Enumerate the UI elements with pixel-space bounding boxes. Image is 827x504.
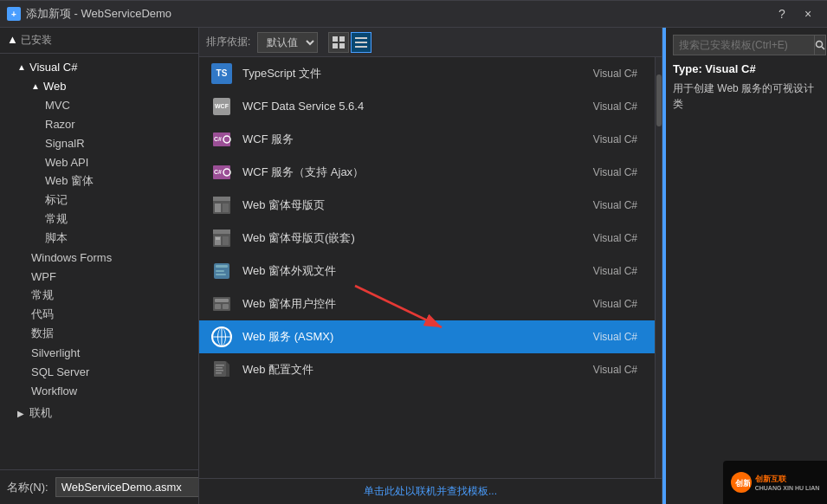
svg-rect-26 xyxy=(216,270,224,272)
svg-rect-23 xyxy=(216,237,220,240)
tree-item-web[interactable]: ▲ Web xyxy=(0,76,198,95)
tree-item-sqlserver[interactable]: SQL Server xyxy=(0,362,198,381)
svg-rect-35 xyxy=(216,370,223,372)
help-button[interactable]: ? xyxy=(770,5,794,23)
svg-rect-33 xyxy=(216,365,224,366)
tree-label: 代码 xyxy=(31,307,54,322)
tree-item-markup[interactable]: 标记 xyxy=(0,191,198,210)
template-type: Visual C# xyxy=(593,100,637,113)
template-item-masterpage[interactable]: Web 窗体母版页 Visual C# xyxy=(199,189,655,222)
tree-label: SQL Server xyxy=(31,365,89,378)
close-button[interactable]: × xyxy=(796,5,820,23)
tree-item-general-web[interactable]: 常规 xyxy=(0,210,198,229)
tree-item-visual-csharp[interactable]: ▲ Visual C# xyxy=(0,57,198,76)
svg-rect-18 xyxy=(223,204,229,212)
svg-rect-30 xyxy=(215,304,221,309)
template-item-webconfig[interactable]: Web 配置文件 Visual C# xyxy=(199,353,655,386)
tree-label: Workflow xyxy=(31,384,77,397)
svg-text:WCF: WCF xyxy=(215,103,229,109)
template-item-wcf[interactable]: C# WCF 服务 Visual C# xyxy=(199,123,655,156)
template-type: Visual C# xyxy=(593,232,637,244)
app-icon: + xyxy=(7,7,21,21)
window-title: 添加新项 - WebServiceDemo xyxy=(26,6,171,22)
scrollbar-thumb[interactable] xyxy=(656,74,662,126)
tree-item-general[interactable]: 常规 xyxy=(0,286,198,305)
tree-item-webform[interactable]: Web 窗体 xyxy=(0,171,198,191)
template-item-skin[interactable]: Web 窗体外观文件 Visual C# xyxy=(199,255,655,288)
selection-highlight xyxy=(662,28,666,504)
watermark-text2: CHUANG XIN HU LIAN xyxy=(755,485,820,491)
svg-point-37 xyxy=(817,42,823,48)
usercontrol-icon xyxy=(210,292,234,316)
wcf-data-icon: WCF xyxy=(210,94,234,119)
name-input[interactable] xyxy=(55,477,199,497)
template-item-wcf-ajax[interactable]: C# WCF 服务（支持 Ajax） Visual C# xyxy=(199,156,655,189)
template-item-typescript[interactable]: TS TypeScript 文件 Visual C# xyxy=(199,57,655,90)
info-description: 用于创建 Web 服务的可视设计类 xyxy=(673,81,820,112)
svg-rect-29 xyxy=(215,299,229,302)
list-view-button[interactable] xyxy=(351,32,372,53)
template-name: Web 窗体母版页 xyxy=(242,197,593,213)
tree-item-webapi[interactable]: Web API xyxy=(0,152,198,171)
right-panel: Type: Visual C# 用于创建 Web 服务的可视设计类 xyxy=(662,28,827,504)
wcf-icon: C# xyxy=(210,127,234,152)
svg-rect-34 xyxy=(216,367,223,369)
center-footer: 单击此处以联机并查找模板... xyxy=(199,478,662,504)
template-name: Web 窗体母版页(嵌套) xyxy=(242,230,593,246)
webconfig-icon xyxy=(210,358,234,382)
tree-label: Visual C# xyxy=(29,61,77,74)
template-item-usercontrol[interactable]: Web 窗体用户控件 Visual C# xyxy=(199,288,655,320)
tree-label: 标记 xyxy=(45,192,68,208)
sort-select[interactable]: 默认值 名称 类型 xyxy=(257,32,318,53)
center-scrollbar[interactable] xyxy=(655,57,662,478)
template-name: Web 窗体用户控件 xyxy=(242,296,593,312)
tree-item-signalr[interactable]: SignalR xyxy=(0,133,198,152)
svg-text:C#: C# xyxy=(214,136,222,142)
template-type: Visual C# xyxy=(593,68,637,80)
svg-rect-20 xyxy=(213,229,230,234)
tree-label: Web 窗体 xyxy=(45,173,94,189)
tree-item-razor[interactable]: Razor xyxy=(0,114,198,133)
tree-label: Web xyxy=(43,80,67,93)
watermark-logo: 创新 xyxy=(731,472,752,493)
svg-rect-4 xyxy=(355,37,367,39)
sidebar: ▲ 已安装 ▲ Visual C# ▲ Web MVC Razor xyxy=(0,28,199,504)
svg-rect-3 xyxy=(339,43,345,48)
search-button[interactable] xyxy=(815,35,826,55)
svg-text:创新: 创新 xyxy=(734,478,750,488)
tree-label: Windows Forms xyxy=(31,251,112,264)
chevron-icon: ▶ xyxy=(17,409,26,418)
template-name: WCF 服务 xyxy=(242,132,593,147)
tree-item-mvc[interactable]: MVC xyxy=(0,95,198,114)
chevron-icon: ▲ xyxy=(17,62,26,72)
svg-rect-27 xyxy=(216,274,226,275)
tree-item-wpf[interactable]: WPF xyxy=(0,267,198,286)
template-item-wcf-data[interactable]: WCF WCF Data Service 5.6.4 Visual C# xyxy=(199,90,655,123)
template-type: Visual C# xyxy=(593,133,637,145)
svg-rect-17 xyxy=(215,204,221,212)
template-item-asmx[interactable]: Web 服务 (ASMX) Visual C# xyxy=(199,320,655,353)
template-type: Visual C# xyxy=(593,265,637,277)
tree-item-data[interactable]: 数据 xyxy=(0,324,198,343)
search-input[interactable] xyxy=(673,35,815,55)
tree-label: 常规 xyxy=(45,211,68,227)
tree-label: 脚本 xyxy=(45,230,68,246)
template-list: TS TypeScript 文件 Visual C# WCF xyxy=(199,57,655,478)
template-item-masterpage-nested[interactable]: Web 窗体母版页(嵌套) Visual C# xyxy=(199,222,655,255)
grid-view-button[interactable] xyxy=(328,32,349,53)
tree-item-silverlight[interactable]: Silverlight xyxy=(0,343,198,362)
tree-item-code[interactable]: 代码 xyxy=(0,305,198,324)
tree-item-script[interactable]: 脚本 xyxy=(0,229,198,248)
tree-item-winforms[interactable]: Windows Forms xyxy=(0,248,198,267)
template-name: TypeScript 文件 xyxy=(242,66,593,81)
tree-label: Web API xyxy=(45,156,88,169)
tree-label: 联机 xyxy=(29,405,52,421)
svg-line-38 xyxy=(822,47,824,49)
masterpage-nested-icon xyxy=(210,226,234,250)
template-name: Web 配置文件 xyxy=(242,362,593,378)
svg-rect-6 xyxy=(355,46,367,48)
tree-item-online[interactable]: ▶ 联机 xyxy=(0,404,198,423)
tree-item-workflow[interactable]: Workflow xyxy=(0,381,198,400)
online-templates-link[interactable]: 单击此处以联机并查找模板... xyxy=(364,485,497,497)
svg-rect-16 xyxy=(213,197,230,201)
